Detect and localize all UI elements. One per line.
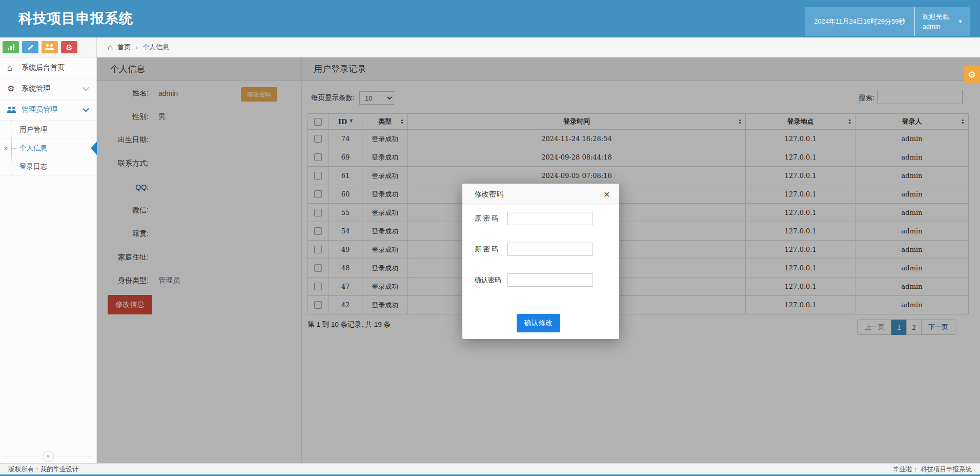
sidebar-subitem-users[interactable]: 用户管理 bbox=[0, 121, 96, 139]
sidebar-subitem-loginlog[interactable]: 登录日志 bbox=[0, 157, 96, 176]
sidebar-item-label: 系统管理 bbox=[22, 84, 50, 93]
home-icon: ⌂ bbox=[108, 43, 113, 52]
datetime-display: 2024年11月24日16时29分59秒 bbox=[805, 7, 914, 36]
old-password-input[interactable] bbox=[507, 212, 593, 225]
sidebar: ⌂ 系统后台首页 ⚙ 系统管理 管理员管理 用户管理 » 个人信息 登录日志 « bbox=[0, 57, 97, 463]
gear-icon: ⚙ bbox=[968, 70, 976, 80]
app-title: 科技项目申报系统 bbox=[18, 0, 133, 37]
toolbar-chart-button[interactable] bbox=[3, 41, 19, 53]
modal-header: 修改密码 bbox=[462, 184, 619, 205]
old-password-label: 原 密 码 bbox=[475, 214, 504, 223]
sidebar-subitem-label: 个人信息 bbox=[19, 144, 47, 153]
gears-icon: ⚙ bbox=[7, 85, 14, 93]
footer: 版权所有：我的毕业设计 毕业啦： 科技项目申报系统 bbox=[0, 463, 980, 476]
confirm-password-input[interactable] bbox=[507, 273, 593, 287]
chevron-down-icon bbox=[83, 85, 89, 91]
chevron-down-icon bbox=[83, 106, 89, 112]
sidebar-collapse: « bbox=[0, 451, 97, 462]
home-icon: ⌂ bbox=[7, 64, 12, 72]
users-icon bbox=[45, 44, 55, 50]
modal-title: 修改密码 bbox=[475, 190, 503, 199]
confirm-change-button[interactable]: 确认修改 bbox=[517, 314, 560, 332]
confirm-password-label: 确认密码 bbox=[475, 275, 504, 285]
settings-tab[interactable]: ⚙ bbox=[964, 66, 980, 84]
username: admin bbox=[922, 22, 951, 31]
active-arrow-icon: » bbox=[4, 144, 8, 152]
sidebar-item-admin[interactable]: 管理员管理 bbox=[0, 100, 96, 121]
toolbar-row: ⚙ ⌂ 首页 › 个人信息 bbox=[0, 37, 980, 57]
chart-icon bbox=[8, 44, 14, 50]
toolbar-settings-button[interactable]: ⚙ bbox=[61, 41, 77, 53]
new-password-label: 新 密 码 bbox=[475, 245, 504, 254]
breadcrumb: ⌂ 首页 › 个人信息 bbox=[97, 37, 169, 57]
top-header: 科技项目申报系统 2024年11月24日16时29分59秒 欢迎光临, admi… bbox=[0, 0, 980, 37]
toolbar-users-button[interactable] bbox=[42, 41, 58, 53]
sidebar-item-dashboard[interactable]: ⌂ 系统后台首页 bbox=[0, 57, 96, 78]
breadcrumb-home[interactable]: 首页 bbox=[117, 43, 131, 52]
footer-copyright: 版权所有：我的毕业设计 bbox=[8, 465, 79, 474]
quick-actions: ⚙ bbox=[0, 37, 97, 57]
gears-icon: ⚙ bbox=[66, 44, 72, 51]
sidebar-item-label: 系统后台首页 bbox=[22, 63, 65, 72]
sidebar-item-system[interactable]: ⚙ 系统管理 bbox=[0, 78, 96, 100]
user-menu[interactable]: 2024年11月24日16时29分59秒 欢迎光临, admin ▼ bbox=[805, 7, 970, 36]
collapse-button[interactable]: « bbox=[43, 451, 54, 462]
modal-close-button[interactable]: × bbox=[602, 187, 612, 202]
modal-field-row: 确认密码 bbox=[475, 273, 607, 287]
chevron-down-icon: ▼ bbox=[958, 19, 963, 24]
welcome-text: 欢迎光临, bbox=[922, 12, 951, 22]
users-icon bbox=[7, 107, 17, 113]
active-marker bbox=[91, 142, 97, 155]
modal-field-row: 原 密 码 bbox=[475, 212, 607, 225]
modal-field-row: 新 密 码 bbox=[475, 243, 607, 256]
footer-right-text: 毕业啦： 科技项目申报系统 bbox=[893, 465, 972, 474]
sidebar-subitem-label: 登录日志 bbox=[19, 162, 47, 171]
content-area: 个人信息 修改密码 姓名: admin 性别: 男 出生日期: 联系方式: QQ… bbox=[97, 57, 980, 463]
sidebar-subitem-label: 用户管理 bbox=[19, 125, 47, 134]
pencil-icon bbox=[27, 44, 33, 50]
sidebar-item-label: 管理员管理 bbox=[22, 105, 57, 114]
sidebar-subitem-profile[interactable]: » 个人信息 bbox=[0, 139, 96, 157]
toolbar-edit-button[interactable] bbox=[22, 41, 38, 53]
new-password-input[interactable] bbox=[507, 243, 593, 256]
breadcrumb-separator: › bbox=[135, 43, 138, 51]
breadcrumb-current: 个人信息 bbox=[142, 43, 169, 52]
password-modal: 修改密码 × 原 密 码 新 密 码 确认密码 确认修改 bbox=[462, 184, 619, 339]
